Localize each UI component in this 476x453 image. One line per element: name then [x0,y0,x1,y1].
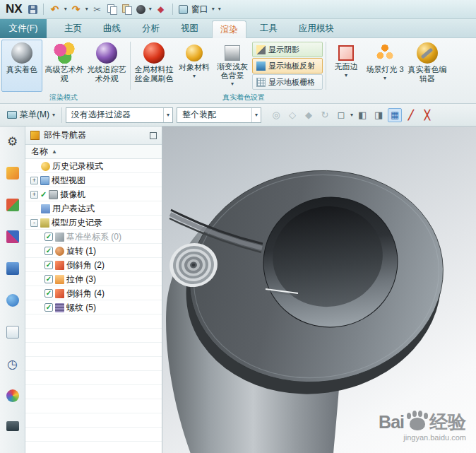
tree-item-history-mode[interactable]: 历史记录模式 [25,159,162,173]
selection-scope-caret[interactable]: ▾ [251,108,261,122]
undo-icon[interactable] [49,4,61,15]
window-menu[interactable]: 窗口 [191,4,208,16]
show-floor-reflection-toggle[interactable]: 显示地板反射 [252,58,323,73]
no-face-edges-caret[interactable]: ▾ [345,73,347,78]
resource-bar [0,127,25,453]
column-header-label: 名称 [31,146,48,158]
tab-home[interactable]: 主页 [56,19,90,38]
feature-checkbox[interactable]: ✓ [44,303,53,312]
advanced-art-appearance-button[interactable]: 高级艺术外观 [44,40,85,92]
expand-icon[interactable]: + [30,191,38,199]
bottom-partial-icon[interactable] [6,421,19,431]
hd3d-tools-icon[interactable] [6,326,19,339]
scene-lights-icon [374,42,395,64]
datum-axes-icon[interactable] [420,108,434,122]
global-material-button[interactable]: 全局材料拉丝金属刷色 [133,40,174,92]
file-menu-button[interactable]: 文件(F) [0,19,47,38]
history-palette-icon[interactable] [6,358,19,370]
feature-checkbox[interactable]: ✓ [44,247,53,255]
roles-icon[interactable] [6,167,19,180]
scene-lights-button[interactable]: 场景灯光 3 ▾ [364,40,405,92]
reuse-library-icon[interactable] [6,262,19,275]
menu-label: 菜单(M) [20,109,49,121]
tree-item-user-expressions[interactable]: 用户表达式 [25,201,162,216]
feature-checkbox[interactable]: ✓ [44,289,53,298]
command-finder-icon[interactable] [136,5,145,14]
sort-ascending-icon[interactable]: ▲ [52,148,57,155]
selection-filter-caret[interactable]: ▾ [163,108,172,122]
menu-button[interactable]: 菜单(M) ▾ [4,107,58,122]
tab-tools[interactable]: 工具 [252,19,285,38]
feature-checkbox[interactable]: ✓ [44,275,53,283]
object-material-caret[interactable]: ▾ [193,73,196,79]
gradient-background-button[interactable]: 渐变浅灰色背景 ▾ [214,40,251,92]
nx-window: NX ▾ ▾ ▾ 窗口 ▾ ▾ 文件(F) 主页 曲线 分析 视图 渲染 工具 … [0,0,476,453]
general-selection-icon[interactable] [269,108,283,122]
tab-analysis[interactable]: 分析 [134,19,167,38]
touch-mode-icon[interactable] [155,4,167,15]
user-expressions-folder-icon [41,204,50,213]
shaded-view-icon[interactable] [355,108,369,122]
tree-item-chamfer-2[interactable]: ✓ 倒斜角 (2) [25,258,162,272]
tree-item-datum-csys[interactable]: ✓ 基准坐标系 (0) [25,230,162,244]
selection-filter-dropdown[interactable]: 没有选择过滤器 ▾ [66,107,173,123]
show-floor-grid-toggle[interactable]: 显示地板栅格 [252,74,323,90]
palette-icon[interactable] [6,389,19,402]
rectangle-select-caret[interactable]: ▾ [350,112,353,118]
more-commands-caret[interactable]: ▾ [149,6,152,12]
show-shadows-toggle[interactable]: 显示阴影 [252,42,323,57]
tree-item-model-history[interactable]: - 模型历史记录 [25,216,162,230]
tree-item-revolve[interactable]: ✓ 旋转 (1) [25,244,162,258]
tab-render[interactable]: 渲染 [212,20,246,38]
true-shading-button[interactable]: 真实着色 [1,40,42,92]
collapse-icon[interactable]: - [30,219,38,227]
part-navigator-icon [30,131,40,140]
tab-view[interactable]: 视图 [173,19,206,38]
assembly-navigator-icon[interactable] [6,199,19,211]
tree-item-extrude[interactable]: ✓ 拉伸 (3) [25,272,162,286]
paste-icon[interactable] [121,4,133,15]
true-shading-editor-button[interactable]: 真实着色编辑器 [407,40,448,92]
expand-icon[interactable]: + [30,177,38,184]
column-header-name[interactable]: 名称 ▲ [25,145,162,159]
object-material-button[interactable]: 对象材料 ▾ [176,40,213,92]
tree-item-thread[interactable]: ✓ 螺纹 (5) [25,300,162,314]
redo-dropdown-caret[interactable]: ▾ [85,6,88,12]
redo-icon[interactable] [71,4,82,15]
tree-item-model-views[interactable]: + 模型视图 [25,173,162,187]
wireframe-view-icon[interactable] [371,108,386,122]
save-icon[interactable] [28,5,37,14]
tab-curve[interactable]: 曲线 [95,19,129,38]
gradient-background-caret[interactable]: ▾ [231,81,234,87]
tree-item-cameras[interactable]: + ✓ 摄像机 [25,187,162,201]
cut-icon[interactable] [92,4,103,15]
sketch-line-icon[interactable] [404,108,418,122]
vertex-filter-icon[interactable] [285,108,299,122]
graphics-window[interactable]: Bai 经验 jingyan.baidu.com [162,127,476,453]
undo-dropdown-caret[interactable]: ▾ [64,6,67,12]
part-navigator-panel: 部件导航器 名称 ▲ 历史记录模式 + 模型视图 + [25,127,162,453]
rectangle-select-icon[interactable] [334,108,348,122]
raytraced-art-appearance-button[interactable]: 光线追踪艺术外观 [86,40,127,92]
tree-item-chamfer-4[interactable]: ✓ 倒斜角 (4) [25,286,162,300]
copy-icon[interactable] [107,4,118,15]
web-browser-icon[interactable] [6,294,19,307]
tab-application[interactable]: 应用模块 [291,19,342,38]
floor-grid-icon [256,78,266,87]
feature-checkbox[interactable]: ✓ [44,233,53,241]
face-filter-icon[interactable] [302,108,316,122]
constraint-navigator-icon[interactable] [6,230,19,243]
watermark-url: jingyan.baidu.com [379,433,466,442]
customize-quick-access-caret[interactable]: ▾ [218,6,221,12]
no-face-edges-button[interactable]: 无面边 ▾ [329,40,363,92]
history-mode-icon [41,162,50,171]
selection-scope-dropdown[interactable]: 整个装配 ▾ [177,107,261,123]
feature-checkbox[interactable]: ✓ [44,261,53,269]
reset-filter-icon[interactable] [318,108,332,122]
true-shading-editor-icon [417,42,438,64]
window-menu-caret[interactable]: ▾ [212,6,215,12]
panel-pin-icon[interactable] [150,132,157,139]
roles-gear-icon[interactable] [6,135,19,148]
scene-lights-caret[interactable]: ▾ [383,76,386,81]
snap-point-toggle-icon[interactable] [388,108,402,122]
